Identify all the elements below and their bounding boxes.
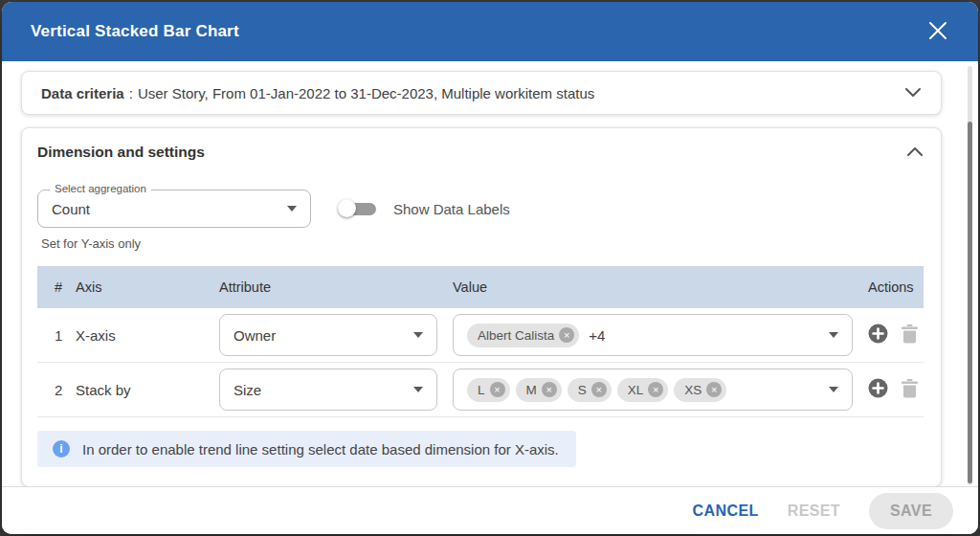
remove-chip-icon[interactable]: × <box>559 327 574 343</box>
chip-overflow-count: +4 <box>589 327 605 344</box>
reset-button[interactable]: RESET <box>788 502 840 520</box>
chip-label: Albert Calista <box>478 328 554 343</box>
table-row: 1 X-axis Owner Albert Calista × <box>37 308 924 363</box>
chevron-up-icon[interactable] <box>906 144 924 161</box>
col-header-num: # <box>55 279 76 295</box>
aggregation-select-label: Select aggregation <box>50 183 151 194</box>
col-header-axis: Axis <box>76 279 219 295</box>
trash-icon <box>902 379 918 401</box>
value-chip: M × <box>516 378 562 402</box>
col-header-value: Value <box>453 279 868 295</box>
chip-label: L <box>478 383 485 397</box>
dimension-settings-title: Dimension and settings <box>37 144 895 161</box>
row-number: 2 <box>55 382 76 398</box>
row-number: 1 <box>55 327 76 344</box>
row-axis-label: X-axis <box>76 327 219 344</box>
close-button[interactable] <box>923 16 953 47</box>
table-row: 2 Stack by Size L × <box>37 363 924 417</box>
aggregation-select[interactable]: Select aggregation Count <box>37 190 311 228</box>
value-multiselect-stackby[interactable]: L × M × S × XL <box>453 368 853 411</box>
attribute-select-value: Owner <box>234 327 413 344</box>
trend-line-info-banner: i In order to enable trend line setting … <box>37 431 576 467</box>
data-criteria-separator: : <box>129 85 133 101</box>
table-header-row: # Axis Attribute Value Actions <box>37 266 924 308</box>
show-data-labels-toggle[interactable] <box>338 199 380 218</box>
save-button[interactable]: SAVE <box>869 493 953 529</box>
show-data-labels-label: Show Data Labels <box>393 201 510 217</box>
dimension-settings-panel: Dimension and settings Select aggregatio… <box>21 127 942 487</box>
row-axis-label: Stack by <box>76 382 219 398</box>
dropdown-caret-icon <box>413 387 423 392</box>
aggregation-select-value: Count <box>52 201 287 217</box>
dialog-title: Vertical Stacked Bar Chart <box>31 22 923 41</box>
value-chip: XS × <box>674 378 726 402</box>
delete-row-button[interactable] <box>902 379 918 401</box>
toggle-knob <box>338 199 356 217</box>
trash-icon <box>902 324 918 346</box>
remove-chip-icon[interactable]: × <box>591 382 607 397</box>
attribute-select-value: Size <box>234 382 413 398</box>
aggregation-helper-text: Set for Y-axis only <box>41 236 924 251</box>
col-header-attribute: Attribute <box>219 279 453 295</box>
attribute-select-stackby[interactable]: Size <box>219 368 437 411</box>
cancel-button[interactable]: CANCEL <box>693 502 759 520</box>
scrollbar-track[interactable] <box>968 66 972 485</box>
add-row-button[interactable] <box>868 378 888 401</box>
dropdown-caret-icon <box>413 332 423 338</box>
add-circle-icon <box>868 324 888 346</box>
chip-label: XS <box>684 383 702 397</box>
value-chip: S × <box>568 378 612 402</box>
dropdown-caret-icon <box>287 206 297 212</box>
remove-chip-icon[interactable]: × <box>706 382 722 397</box>
data-criteria-panel[interactable]: Data criteria : User Story, From 01-Jan-… <box>21 71 942 115</box>
dialog-body: Data criteria : User Story, From 01-Jan-… <box>2 61 978 487</box>
scrollbar-thumb[interactable] <box>968 122 972 483</box>
remove-chip-icon[interactable]: × <box>542 382 557 397</box>
close-icon <box>926 19 949 45</box>
info-message: In order to enable trend line setting se… <box>82 441 559 458</box>
col-header-actions: Actions <box>868 279 914 295</box>
value-multiselect-xaxis[interactable]: Albert Calista × +4 <box>453 314 853 356</box>
chip-label: S <box>578 383 587 397</box>
delete-row-button[interactable] <box>902 324 918 346</box>
value-chip: L × <box>467 378 510 402</box>
info-icon: i <box>53 440 70 458</box>
data-criteria-summary: User Story, From 01-Jan-2022 to 31-Dec-2… <box>138 85 893 101</box>
dialog-footer: CANCEL RESET SAVE <box>2 486 978 534</box>
chart-settings-dialog: Vertical Stacked Bar Chart Data criteria… <box>2 2 978 534</box>
chevron-down-icon[interactable] <box>904 85 922 101</box>
data-criteria-label: Data criteria <box>41 85 124 101</box>
add-row-button[interactable] <box>868 324 888 346</box>
value-chip: XL × <box>617 378 669 402</box>
attribute-select-xaxis[interactable]: Owner <box>219 314 437 356</box>
dialog-header: Vertical Stacked Bar Chart <box>2 2 978 61</box>
value-chip: Albert Calista × <box>467 324 579 347</box>
chip-label: M <box>526 383 537 397</box>
dropdown-caret-icon <box>829 387 838 392</box>
chip-label: XL <box>628 383 644 397</box>
remove-chip-icon[interactable]: × <box>648 382 663 397</box>
remove-chip-icon[interactable]: × <box>490 382 505 397</box>
dimension-table: # Axis Attribute Value Actions 1 X-axis … <box>37 266 924 417</box>
dropdown-caret-icon <box>829 332 838 338</box>
add-circle-icon <box>868 378 888 401</box>
